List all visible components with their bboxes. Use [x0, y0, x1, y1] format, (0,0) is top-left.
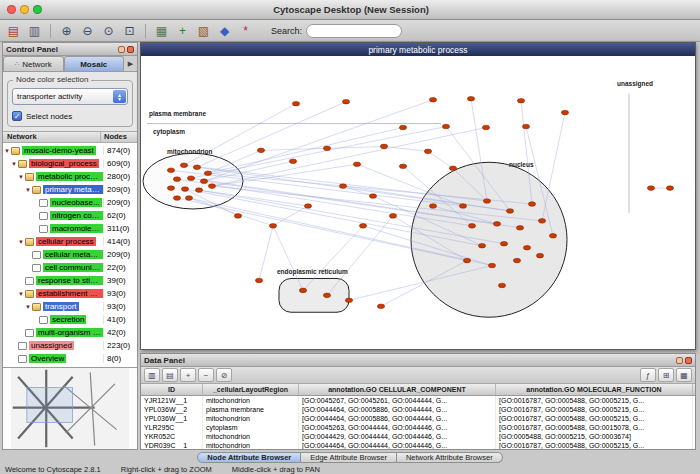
create-attribute-icon[interactable]: + — [180, 368, 196, 382]
graph-node[interactable] — [483, 199, 490, 204]
tree-row[interactable]: cell communicati...22(0) — [3, 261, 137, 274]
column-header[interactable]: ID — [141, 384, 203, 395]
graph-node[interactable] — [459, 204, 466, 209]
column-header[interactable]: annotation.GO MOLECULAR_FUNCTION — [496, 384, 693, 395]
tree-row[interactable]: ▼biological_process609(0) — [3, 157, 137, 170]
tree-row[interactable]: ▼metabolic process280(0) — [3, 170, 137, 183]
graph-edge[interactable] — [259, 226, 273, 281]
graph-node[interactable] — [173, 177, 180, 182]
graph-node[interactable] — [208, 184, 215, 189]
graph-node[interactable] — [513, 258, 520, 263]
graph-node[interactable] — [449, 166, 456, 171]
tree-row[interactable]: ▼primary metabo...209(0) — [3, 183, 137, 196]
graph-node[interactable] — [255, 278, 262, 283]
graph-node[interactable] — [666, 186, 673, 191]
graph-node[interactable] — [522, 124, 529, 129]
close-data-panel-icon[interactable] — [685, 357, 692, 364]
expander-open-icon[interactable]: ▼ — [17, 239, 25, 245]
graph-node[interactable] — [167, 186, 174, 191]
import-network-icon[interactable]: ▧ — [194, 22, 213, 40]
graph-node[interactable] — [429, 204, 436, 209]
tree-row[interactable]: ▼establishment of l...93(0) — [3, 287, 137, 300]
column-header[interactable]: annotation.GO CELLULAR_COMPONENT — [299, 384, 496, 395]
graph-node[interactable] — [167, 168, 174, 173]
tree-row[interactable]: response to stimulu...39(0) — [3, 274, 137, 287]
graph-edge[interactable] — [189, 198, 273, 226]
graph-node[interactable] — [299, 288, 306, 293]
tab-network[interactable]: ∴ Network — [3, 56, 64, 71]
graph-edge[interactable] — [204, 100, 433, 181]
graph-node[interactable] — [467, 96, 474, 101]
graph-node[interactable] — [463, 258, 470, 263]
tab-node-attribute-browser[interactable]: Node Attribute Browser — [197, 452, 301, 463]
graph-node[interactable] — [323, 146, 330, 151]
graph-node[interactable] — [424, 149, 431, 154]
float-data-panel-icon[interactable] — [676, 357, 683, 364]
graph-node[interactable] — [468, 224, 475, 229]
tree-row[interactable]: secretion41(0) — [3, 313, 137, 326]
graph-node[interactable] — [195, 188, 202, 193]
delete-attribute-icon[interactable]: − — [198, 368, 214, 382]
graph-node[interactable] — [187, 176, 194, 181]
graph-edge[interactable] — [327, 146, 384, 148]
table-row[interactable]: YPL036W__1mitochondrion[GO:0044464, GO:0… — [141, 414, 695, 423]
graph-node[interactable] — [549, 233, 556, 238]
graph-node[interactable] — [561, 110, 568, 115]
vizmapper-icon[interactable]: ◆ — [215, 22, 234, 40]
graph-node[interactable] — [478, 243, 485, 248]
graph-node[interactable] — [482, 125, 489, 130]
zoom-fit-icon[interactable]: ⊡ — [120, 22, 139, 40]
table-row[interactable]: YDR039C__1mitochondrion[GO:0044464, GO:0… — [141, 441, 695, 449]
graph-node[interactable] — [257, 148, 264, 153]
graph-node[interactable] — [359, 224, 366, 229]
create-network-icon[interactable]: + — [173, 22, 192, 40]
graph-node[interactable] — [536, 253, 543, 258]
column-header-network[interactable]: Network — [3, 132, 101, 142]
minimize-window-icon[interactable] — [20, 5, 29, 14]
graph-node[interactable] — [488, 263, 495, 268]
unselect-attributes-icon[interactable]: ▤ — [162, 368, 178, 382]
graph-node[interactable] — [323, 293, 330, 298]
tree-row[interactable]: ▼transport93(0) — [3, 300, 137, 313]
graph-node[interactable] — [339, 184, 346, 189]
expander-open-icon[interactable]: ▼ — [24, 187, 32, 193]
graph-node[interactable] — [292, 101, 299, 106]
graph-node[interactable] — [516, 226, 523, 231]
export-attributes-icon[interactable]: ▦ — [676, 368, 692, 382]
tree-row[interactable]: nitrogen compo...62(0) — [3, 209, 137, 222]
formula-builder-icon[interactable]: ƒ — [640, 368, 656, 382]
graph-node[interactable] — [442, 124, 449, 129]
graph-edge[interactable] — [327, 216, 393, 295]
plugins-icon[interactable]: * — [236, 22, 255, 40]
graph-node[interactable] — [369, 194, 376, 199]
tree-row[interactable]: cellular metabo...209(0) — [3, 248, 137, 261]
column-header[interactable]: _cellularLayoutRegion — [203, 384, 299, 395]
column-header-nodes[interactable]: Nodes — [101, 132, 137, 142]
graph-node[interactable] — [289, 159, 296, 164]
graph-edge[interactable] — [261, 148, 327, 150]
zoom-in-icon[interactable]: ⊕ — [57, 22, 76, 40]
open-session-icon[interactable]: ▤ — [4, 22, 23, 40]
expander-open-icon[interactable]: ▼ — [17, 174, 25, 180]
trash-icon[interactable]: ⊘ — [216, 368, 232, 382]
graph-node[interactable] — [353, 162, 360, 167]
graph-node[interactable] — [304, 204, 311, 209]
table-row[interactable]: YJR121W__1mitochondrion[GO:0045267, GO:0… — [141, 396, 695, 405]
graph-node[interactable] — [380, 144, 387, 149]
table-row[interactable]: YPL036W__2plasma membrane[GO:0044464, GO… — [141, 405, 695, 414]
select-attributes-icon[interactable]: ▥ — [144, 368, 160, 382]
show-graphics-details-icon[interactable]: ▦ — [152, 22, 171, 40]
graph-node[interactable] — [493, 222, 500, 227]
close-panel-icon[interactable] — [127, 46, 134, 53]
save-session-icon[interactable]: ▥ — [25, 22, 44, 40]
graph-edge[interactable] — [384, 146, 428, 151]
table-row[interactable]: YLR295Ccytoplasm[GO:0045263, GO:0044444,… — [141, 423, 695, 432]
graph-node[interactable] — [528, 202, 535, 207]
graph-node[interactable] — [234, 214, 241, 219]
graph-node[interactable] — [180, 163, 187, 168]
tab-edge-attribute-browser[interactable]: Edge Attribute Browser — [301, 452, 397, 463]
graph-node[interactable] — [204, 171, 211, 176]
graph-node[interactable] — [269, 224, 276, 229]
tree-row[interactable]: macromolecule...311(0) — [3, 222, 137, 235]
zoom-selected-icon[interactable]: ⊙ — [99, 22, 118, 40]
